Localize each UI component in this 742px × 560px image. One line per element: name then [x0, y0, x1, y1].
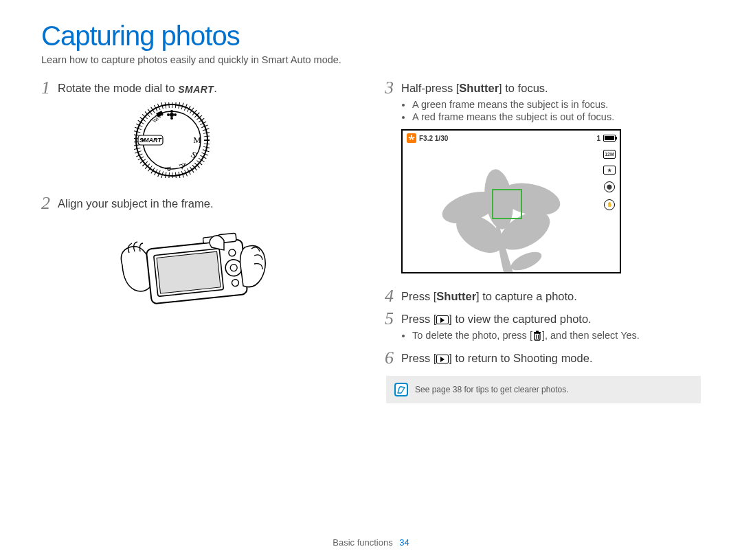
svg-point-31 — [508, 248, 544, 273]
quality-icon: ★ — [603, 166, 616, 175]
svg-rect-19 — [157, 251, 221, 293]
svg-point-22 — [230, 264, 238, 271]
focus-frame — [492, 189, 522, 219]
footer-section: Basic functions — [333, 537, 392, 548]
camera-hold-illustration — [27, 217, 357, 320]
svg-point-4 — [174, 113, 177, 116]
page-subtitle: Learn how to capture photos easily and q… — [41, 54, 701, 65]
step-1: 1 Rotate the mode dial to SMART. — [41, 78, 357, 97]
smart-mode-label: SMART — [178, 83, 214, 97]
trash-icon — [532, 331, 542, 341]
lcd-top-bar: F3.2 1/30 1 — [407, 133, 616, 143]
svg-rect-40 — [536, 331, 539, 333]
svg-point-5 — [167, 113, 170, 116]
page-title: Capturing photos — [41, 21, 701, 52]
battery-icon — [603, 135, 616, 142]
page-footer: Basic functions 34 — [0, 537, 742, 548]
step-text: Half-press [Shutter] to focus. — [401, 80, 548, 96]
page: Capturing photos Learn how to capture ph… — [0, 0, 742, 410]
step-4: 4 Press [Shutter] to capture a photo. — [385, 286, 701, 304]
step-text: Press [] to return to Shooting mode. — [401, 350, 593, 366]
svg-text:M: M — [193, 135, 201, 145]
camera-svg — [117, 217, 268, 320]
bullet: To delete the photo, press [], and then … — [412, 330, 701, 341]
step-text: Rotate the mode dial to SMART. — [58, 80, 217, 97]
step-text: Press [Shutter] to capture a photo. — [401, 289, 577, 304]
step-3: 3 Half-press [Shutter] to focus. — [385, 78, 701, 96]
left-column: 1 Rotate the mode dial to SMART. — [41, 78, 357, 403]
step-number: 1 — [41, 79, 58, 97]
stabilizer-icon: ✋ — [604, 199, 615, 210]
lcd-preview-illustration: F3.2 1/30 1 12M ★ ⬤ ✋ — [401, 129, 701, 273]
mode-dial-illustration: Wi-Fi SMART M S A P — [0, 102, 357, 178]
svg-point-33 — [411, 135, 412, 137]
note-icon — [394, 383, 408, 396]
step-number: 6 — [385, 349, 401, 367]
exposure-readout: F3.2 1/30 — [419, 135, 448, 142]
resolution-icon: 12M — [603, 150, 616, 159]
macro-icon — [407, 133, 416, 143]
svg-point-35 — [413, 137, 415, 138]
svg-point-6 — [170, 117, 173, 120]
shots-remaining: 1 — [596, 135, 600, 142]
tip-text: See page 38 for tips to get clearer phot… — [415, 385, 568, 394]
step-number: 5 — [385, 310, 401, 328]
svg-point-12 — [142, 139, 144, 141]
svg-point-34 — [409, 137, 411, 138]
svg-rect-38 — [535, 333, 540, 340]
footer-page-number: 34 — [399, 537, 409, 548]
step-text: Press [] to view the captured photo. — [401, 311, 592, 327]
bullet: A red frame means the subject is out of … — [412, 111, 701, 122]
bullet: A green frame means the subject is in fo… — [412, 99, 701, 110]
svg-point-7 — [170, 110, 173, 113]
step-number: 4 — [385, 287, 401, 305]
svg-point-3 — [170, 113, 174, 117]
metering-icon: ⬤ — [604, 181, 615, 192]
step-2: 2 Align your subject in the frame. — [41, 193, 357, 212]
step-5: 5 Press [] to view the captured photo. — [385, 309, 701, 327]
step-number: 3 — [385, 79, 401, 97]
svg-point-20 — [228, 249, 236, 256]
step-5-bullets: To delete the photo, press [], and then … — [401, 330, 701, 341]
svg-text:P: P — [163, 166, 174, 172]
svg-point-23 — [232, 279, 239, 287]
playback-icon — [436, 355, 449, 363]
step-6: 6 Press [] to return to Shooting mode. — [385, 348, 701, 366]
step-number: 2 — [41, 194, 58, 212]
lcd-side-icons: 12M ★ ⬤ ✋ — [603, 150, 616, 210]
two-column-layout: 1 Rotate the mode dial to SMART. — [41, 78, 701, 403]
tip-box: See page 38 for tips to get clearer phot… — [386, 376, 701, 403]
right-column: 3 Half-press [Shutter] to focus. A green… — [385, 78, 701, 403]
step-3-bullets: A green frame means the subject is in fo… — [401, 99, 701, 122]
mode-dial-svg: Wi-Fi SMART M S A P — [134, 102, 210, 178]
playback-icon — [436, 315, 449, 324]
step-text: Align your subject in the frame. — [58, 196, 214, 212]
